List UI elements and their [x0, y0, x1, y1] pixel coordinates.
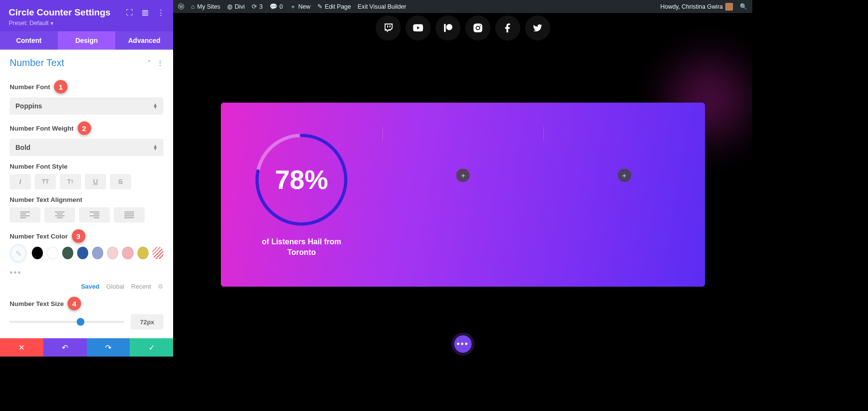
- page-canvas[interactable]: 78% of Listeners Hail from Toronto ＋ ＋ •…: [173, 13, 752, 357]
- add-module-button[interactable]: ＋: [456, 169, 470, 182]
- gauge-icon: ◍: [227, 3, 232, 10]
- youtube-icon[interactable]: [406, 15, 431, 40]
- select-arrows-icon: ▲▼: [153, 145, 158, 150]
- expand-icon[interactable]: ⛶: [126, 8, 133, 17]
- twitch-icon[interactable]: [376, 15, 401, 40]
- uppercase-button[interactable]: TT: [35, 174, 56, 189]
- smallcaps-button[interactable]: TT: [60, 174, 81, 189]
- undo-button[interactable]: ↶: [43, 338, 87, 357]
- color-picker-button[interactable]: ✎: [10, 244, 27, 263]
- panel-body[interactable]: Number Text ˄ ⋮ Number Font 1 Poppins ▲▼…: [0, 50, 173, 338]
- comments-link[interactable]: 💬0: [270, 3, 283, 10]
- redo-button[interactable]: ↷: [87, 338, 130, 357]
- italic-button[interactable]: I: [10, 174, 31, 189]
- swatch[interactable]: [77, 247, 88, 259]
- strike-button[interactable]: S: [110, 174, 131, 189]
- select-weight[interactable]: Bold ▲▼: [10, 139, 163, 156]
- stats-section[interactable]: 78% of Listeners Hail from Toronto ＋ ＋: [221, 103, 705, 287]
- select-arrows-icon: ▲▼: [153, 103, 158, 109]
- panel-header: Circle Counter Settings ⛶ ▥ ⋮ Preset: De…: [0, 0, 173, 31]
- wp-logo-icon[interactable]: ⓦ: [178, 2, 184, 11]
- tab-advanced[interactable]: Advanced: [115, 31, 173, 50]
- recent-tab[interactable]: Recent: [131, 283, 151, 290]
- edit-page-link[interactable]: ✎Edit Page: [317, 3, 351, 10]
- my-sites-link[interactable]: ⌂My Sites: [191, 3, 220, 10]
- font-style-buttons: I TT TT U S: [10, 174, 163, 189]
- swatch[interactable]: [62, 247, 73, 259]
- swatch-transparent[interactable]: [152, 247, 163, 259]
- howdy-link[interactable]: Howdy, Christina Gwira: [660, 3, 733, 11]
- swatch[interactable]: [107, 247, 118, 259]
- preset-select[interactable]: Preset: Default▼: [9, 20, 164, 27]
- panel-footer: ✕ ↶ ↷ ✓: [0, 338, 173, 357]
- tab-bar: Content Design Advanced: [0, 31, 173, 50]
- patreon-icon[interactable]: [435, 15, 461, 40]
- comment-icon: 💬: [270, 3, 277, 10]
- tab-content[interactable]: Content: [0, 31, 58, 50]
- avatar: [725, 3, 733, 11]
- annotation-marker: 3: [72, 229, 85, 243]
- tab-design[interactable]: Design: [58, 31, 116, 50]
- saved-row: Saved Global Recent ⚙: [10, 283, 163, 290]
- swatch[interactable]: [47, 247, 58, 259]
- twitter-icon[interactable]: [525, 15, 550, 40]
- annotation-marker: 4: [68, 297, 81, 310]
- add-module-button[interactable]: ＋: [618, 169, 631, 182]
- size-slider[interactable]: [10, 321, 124, 323]
- wp-admin-bar: ⓦ ⌂My Sites ◍Divi ⟳3 💬0 ＋New ✎Edit Page …: [173, 0, 752, 13]
- panel-title: Circle Counter Settings: [9, 7, 110, 18]
- instagram-icon[interactable]: [465, 15, 490, 40]
- caret-down-icon: ▼: [50, 21, 54, 26]
- size-input[interactable]: [131, 314, 163, 330]
- new-link[interactable]: ＋New: [290, 2, 311, 11]
- more-swatches-button[interactable]: •••: [10, 268, 163, 278]
- swatch[interactable]: [32, 247, 43, 259]
- align-justify-button[interactable]: [114, 207, 145, 223]
- pencil-icon: ✎: [317, 3, 323, 10]
- label-style: Number Font Style: [10, 163, 163, 170]
- empty-column[interactable]: ＋: [382, 103, 544, 287]
- color-swatches: ✎: [10, 247, 163, 263]
- annotation-marker: 1: [54, 80, 68, 93]
- counter-number: 78%: [253, 132, 350, 228]
- facebook-icon[interactable]: [495, 15, 520, 40]
- site-link[interactable]: ◍Divi: [227, 3, 245, 10]
- global-tab[interactable]: Global: [106, 283, 124, 290]
- saved-tab[interactable]: Saved: [81, 283, 99, 290]
- align-left-button[interactable]: [10, 207, 41, 223]
- confirm-button[interactable]: ✓: [130, 338, 173, 357]
- kebab-icon[interactable]: ⋮: [157, 8, 164, 17]
- label-color: Number Text Color 3: [10, 229, 163, 243]
- align-center-button[interactable]: [44, 207, 75, 223]
- social-bar: [342, 15, 583, 40]
- sites-icon: ⌂: [191, 3, 195, 10]
- builder-fab[interactable]: •••: [454, 335, 472, 353]
- plus-icon: ＋: [290, 2, 296, 11]
- gear-icon[interactable]: ⚙: [158, 283, 163, 290]
- refresh-icon: ⟳: [252, 3, 257, 10]
- label-size: Number Text Size 4: [10, 297, 163, 310]
- swatch[interactable]: [92, 247, 103, 259]
- slider-thumb[interactable]: [77, 318, 84, 326]
- label-weight: Number Font Weight 2: [10, 121, 163, 135]
- annotation-marker: 2: [78, 121, 91, 135]
- swatch[interactable]: [122, 247, 133, 259]
- search-icon[interactable]: 🔍: [740, 3, 747, 10]
- kebab-icon[interactable]: ⋮: [157, 59, 163, 67]
- align-buttons: [10, 207, 163, 223]
- label-align: Number Text Alignment: [10, 196, 163, 203]
- exit-vb-link[interactable]: Exit Visual Builder: [358, 3, 407, 10]
- settings-panel: Circle Counter Settings ⛶ ▥ ⋮ Preset: De…: [0, 0, 173, 357]
- swatch[interactable]: [137, 247, 149, 259]
- columns-icon[interactable]: ▥: [142, 8, 149, 17]
- collapse-icon[interactable]: ˄: [148, 59, 151, 67]
- close-button[interactable]: ✕: [0, 338, 43, 357]
- group-title: Number Text: [10, 57, 64, 68]
- circle-counter-module[interactable]: 78% of Listeners Hail from Toronto: [221, 103, 382, 287]
- label-font: Number Font 1: [10, 80, 163, 93]
- empty-column[interactable]: ＋: [543, 103, 705, 287]
- select-font[interactable]: Poppins ▲▼: [10, 97, 163, 115]
- underline-button[interactable]: U: [85, 174, 106, 189]
- align-right-button[interactable]: [79, 207, 110, 223]
- updates-link[interactable]: ⟳3: [252, 3, 263, 10]
